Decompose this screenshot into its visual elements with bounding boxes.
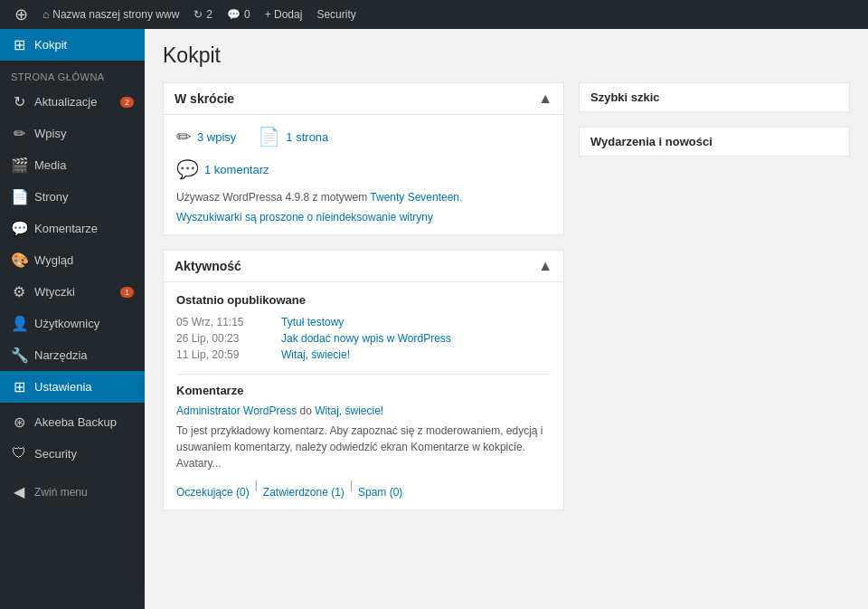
filter-spam[interactable]: Spam (0) — [358, 486, 402, 499]
plugins-badge: 1 — [120, 287, 134, 298]
comments-icon: 💬 — [227, 8, 241, 21]
activity-link-0[interactable]: Tytuł testowy — [281, 316, 344, 328]
filter-pending[interactable]: Oczekujące (0) — [176, 486, 250, 499]
add-new-label: + Dodaj — [265, 8, 303, 21]
updates-icon: ↻ — [193, 8, 203, 21]
comments-header: Komentarze — [176, 384, 551, 397]
activity-link-1[interactable]: Jak dodać nowy wpis w WordPress — [281, 332, 451, 345]
security-sidebar-icon: 🛡 — [11, 445, 27, 462]
activity-row-2: 11 Lip, 20:59 Witaj, świecie! — [176, 347, 551, 363]
pages-stat-link[interactable]: 1 strona — [286, 130, 328, 144]
collapse-label: Zwiń menu — [34, 486, 88, 499]
sidebar-item-akeeba[interactable]: ⊛ Akeeba Backup — [0, 406, 145, 438]
sidebar-collapse-button[interactable]: ◀ Zwiń menu — [0, 476, 145, 508]
tools-icon: 🔧 — [11, 347, 27, 364]
comment-author-link[interactable]: Administrator WordPress — [176, 404, 297, 417]
at-a-glance-header[interactable]: W skrócie ▲ — [164, 83, 563, 115]
comment-post-link[interactable]: Witaj, świecie! — [315, 404, 383, 417]
at-a-glance-collapse-icon: ▲ — [538, 90, 552, 107]
activity-row-1: 26 Lip, 00:23 Jak dodać nowy wpis w Word… — [176, 330, 551, 347]
sidebar-item-updates[interactable]: ↻ Aktualizacje 2 — [0, 86, 145, 118]
sidebar-item-pages[interactable]: 📄 Strony — [0, 181, 145, 213]
sidebar-item-users[interactable]: 👤 Użytkownicy — [0, 308, 145, 339]
comments-count: 0 — [244, 8, 250, 21]
security-topbar-button[interactable]: Security — [309, 0, 363, 29]
at-a-glance-body: ✏ 3 wpisy 📄 1 strona 💬 1 komenta — [164, 115, 563, 234]
pages-stat-icon: 📄 — [258, 126, 280, 147]
sidebar-item-plugins[interactable]: ⚙ Wtyczki 1 — [0, 276, 145, 308]
news-widget: Wydarzenia i nowości — [579, 127, 850, 157]
at-a-glance-title: W skrócie — [175, 91, 234, 106]
updates-sidebar-icon: ↻ — [11, 93, 27, 110]
plugins-icon: ⚙ — [11, 283, 27, 300]
pages-stat: 📄 1 strona — [258, 126, 328, 147]
site-name-button[interactable]: ⌂ Nazwa naszej strony www — [35, 0, 186, 29]
activity-body: Ostatnio opublikowane 05 Wrz, 11:15 Tytu… — [164, 282, 563, 509]
comments-sidebar-label: Komentarze — [34, 222, 98, 235]
tools-label: Narzędzia — [34, 348, 88, 362]
sidebar-item-media[interactable]: 🎬 Media — [0, 149, 145, 181]
wp-logo-icon: ⊕ — [14, 5, 28, 24]
posts-stat-icon: ✏ — [176, 126, 192, 147]
comments-button[interactable]: 💬 0 — [220, 0, 258, 29]
collapse-icon: ◀ — [11, 483, 27, 500]
comments-filter: Oczekujące (0) | Zatwierdzone (1) | Spam… — [176, 479, 551, 499]
security-sidebar-label: Security — [34, 447, 77, 461]
site-name-label: Nazwa naszej strony www — [52, 8, 179, 21]
content-grid: W skrócie ▲ ✏ 3 wpisy 📄 1 strona — [163, 82, 850, 525]
dashboard-label: Kokpit — [34, 38, 67, 52]
main-content: Kokpit W skrócie ▲ ✏ 3 wpisy — [145, 29, 868, 609]
activity-date-0: 05 Wrz, 11:15 — [176, 316, 267, 328]
search-warning: Wyszukiwarki są proszone o nieindeksowan… — [176, 211, 551, 224]
comments-stat-link[interactable]: 1 komentarz — [204, 163, 269, 176]
appearance-label: Wygląd — [34, 253, 73, 267]
plugins-label: Wtyczki — [34, 285, 75, 299]
wp-logo-button[interactable]: ⊕ — [7, 0, 35, 29]
security-topbar-label: Security — [316, 8, 355, 21]
media-icon: 🎬 — [11, 157, 27, 174]
add-new-button[interactable]: + Dodaj — [258, 0, 310, 29]
posts-stat-link[interactable]: 3 wpisy — [197, 130, 236, 144]
stats-row: ✏ 3 wpisy 📄 1 strona — [176, 126, 551, 147]
quick-draft-title: Szybki szkic — [590, 90, 660, 104]
comments-sidebar-icon: 💬 — [11, 220, 27, 237]
media-label: Media — [34, 158, 66, 172]
sidebar-item-settings[interactable]: ⊞ Ustawienia — [0, 371, 145, 403]
quick-draft-widget: Szybki szkic — [579, 82, 850, 112]
sidebar-item-tools[interactable]: 🔧 Narzędzia — [0, 339, 145, 371]
updates-badge: 2 — [120, 97, 134, 108]
comments-stat-icon: 💬 — [176, 158, 199, 180]
theme-link[interactable]: Twenty Seventeen. — [370, 191, 462, 204]
activity-header[interactable]: Aktywność ▲ — [164, 251, 563, 282]
left-column: W skrócie ▲ ✏ 3 wpisy 📄 1 strona — [163, 82, 564, 525]
filter-approved[interactable]: Zatwierdzone (1) — [263, 486, 344, 499]
search-warning-link[interactable]: Wyszukiwarki są proszone o nieindeksowan… — [176, 211, 433, 224]
activity-date-1: 26 Lip, 00:23 — [176, 332, 267, 345]
comments-section: Komentarze Administrator WordPress do Wi… — [176, 374, 551, 499]
settings-icon: ⊞ — [11, 378, 27, 395]
quick-draft-header[interactable]: Szybki szkic — [580, 83, 849, 111]
updates-button[interactable]: ↻ 2 — [186, 0, 220, 29]
sidebar-item-appearance[interactable]: 🎨 Wygląd — [0, 244, 145, 276]
updates-sidebar-label: Aktualizacje — [34, 95, 97, 109]
activity-row-0: 05 Wrz, 11:15 Tytuł testowy — [176, 314, 551, 330]
posts-stat: ✏ 3 wpisy — [176, 126, 236, 147]
sidebar-item-posts[interactable]: ✏ Wpisy — [0, 118, 145, 149]
comment-body-text: To jest przykładowy komentarz. Aby zapoz… — [176, 423, 551, 471]
activity-link-2[interactable]: Witaj, świecie! — [281, 348, 350, 361]
wp-info-static: Używasz WordPressa 4.9.8 z motywem — [176, 191, 367, 204]
sidebar-item-comments[interactable]: 💬 Komentarze — [0, 213, 145, 244]
settings-label: Ustawienia — [34, 380, 92, 394]
sidebar-item-security[interactable]: 🛡 Security — [0, 438, 145, 469]
users-icon: 👤 — [11, 315, 27, 332]
page-title: Kokpit — [163, 43, 850, 68]
users-label: Użytkownicy — [34, 317, 99, 330]
right-column: Szybki szkic Wydarzenia i nowości — [579, 82, 850, 525]
pages-label: Strony — [34, 190, 69, 204]
activity-collapse-icon: ▲ — [538, 258, 552, 274]
news-header[interactable]: Wydarzenia i nowości — [580, 128, 849, 156]
sidebar-settings-wrapper: ⊞ Ustawienia Ogólne Pisanie Czytanie Dys… — [0, 371, 145, 403]
sidebar-item-dashboard[interactable]: ⊞ Kokpit — [0, 29, 145, 61]
comment-author: Administrator WordPress do Witaj, świeci… — [176, 403, 551, 419]
akeeba-label: Akeeba Backup — [34, 415, 117, 429]
